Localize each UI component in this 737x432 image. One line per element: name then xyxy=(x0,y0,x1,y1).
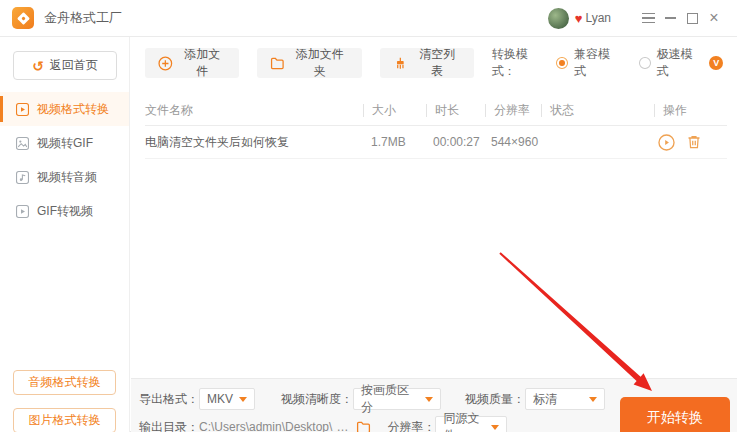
play-button[interactable] xyxy=(658,134,675,151)
col-size: 大小 xyxy=(364,102,426,119)
browse-folder-button[interactable] xyxy=(356,420,371,432)
back-home-label: 返回首页 xyxy=(50,57,98,74)
user-avatar[interactable] xyxy=(548,8,569,29)
audio-format-button[interactable]: 音频格式转换 xyxy=(13,370,116,395)
table-row[interactable]: 电脑清空文件夹后如何恢复 1.7MB 00:00:27 544×960 xyxy=(145,126,727,159)
sidebar-item-label: 视频转音频 xyxy=(37,169,97,186)
sidebar-item-label: 视频转GIF xyxy=(37,135,93,152)
conversion-mode-group: 转换模式： 兼容模式 极速模式 V xyxy=(492,46,723,80)
add-folder-button[interactable]: 添加文件夹 xyxy=(257,48,362,78)
image-icon xyxy=(16,137,29,150)
video-format-icon xyxy=(16,103,29,116)
music-note-icon xyxy=(16,171,29,184)
app-logo-icon xyxy=(12,7,34,29)
sidebar-item-gif-to-video[interactable]: GIF转视频 xyxy=(0,194,129,228)
main-content: 添加文件 添加文件夹 清空列表 转换模式： 兼容模式 极速模式 V 文件名称 xyxy=(131,37,737,432)
mode-label: 转换模式： xyxy=(492,46,551,80)
file-size: 1.7MB xyxy=(363,135,425,149)
back-home-button[interactable]: ↺ 返回首页 xyxy=(13,51,117,80)
sidebar-item-label: 视频格式转换 xyxy=(37,101,109,118)
add-file-button[interactable]: 添加文件 xyxy=(145,48,239,78)
output-dir-label: 输出目录： xyxy=(139,419,199,432)
col-duration: 时长 xyxy=(427,102,485,119)
export-format-label: 导出格式： xyxy=(139,391,199,408)
add-folder-label: 添加文件夹 xyxy=(290,46,349,80)
minimize-button[interactable] xyxy=(659,7,681,29)
sidebar-item-video-to-audio[interactable]: 视频转音频 xyxy=(0,160,129,194)
file-name: 电脑清空文件夹后如何恢复 xyxy=(145,134,363,151)
output-dir-path: C:\Users\admin\Desktop\ xyxy=(199,420,332,432)
clear-list-button[interactable]: 清空列表 xyxy=(380,48,474,78)
delete-button[interactable] xyxy=(686,134,702,150)
play-box-icon xyxy=(16,205,29,218)
image-format-button[interactable]: 图片格式转换 xyxy=(13,408,116,432)
back-arrow-icon: ↺ xyxy=(32,59,44,73)
plus-circle-icon xyxy=(158,56,173,71)
compatible-mode-radio[interactable] xyxy=(556,57,568,69)
folder-icon xyxy=(270,56,285,71)
clarity-dropdown[interactable]: 按画质区分 xyxy=(353,388,441,410)
sidebar-item-video-format[interactable]: 视频格式转换 xyxy=(0,92,129,126)
col-operation: 操作 xyxy=(655,102,727,119)
app-window: 金舟格式工厂 ♥ Lyan × ↺ 返回首页 视频格式转换 视频转GIF xyxy=(0,0,737,432)
resolution-dropdown[interactable]: 同源文件 xyxy=(435,416,507,432)
fast-mode-radio[interactable] xyxy=(639,57,651,69)
start-convert-button[interactable]: 开始转换 xyxy=(620,397,730,432)
sidebar-bottom: 音频格式转换 图片格式转换 xyxy=(13,370,116,432)
quality-dropdown[interactable]: 标清 xyxy=(525,388,605,410)
clear-list-label: 清空列表 xyxy=(414,46,461,80)
sidebar-nav: 视频格式转换 视频转GIF 视频转音频 GIF转视频 xyxy=(0,92,129,228)
file-duration: 00:00:27 xyxy=(425,135,483,149)
chevron-down-icon xyxy=(491,425,499,430)
output-dir-more[interactable]: … xyxy=(336,420,348,432)
titlebar: 金舟格式工厂 ♥ Lyan × xyxy=(0,0,737,37)
folder-icon xyxy=(356,420,371,432)
chevron-down-icon xyxy=(425,397,433,402)
compatible-mode-label[interactable]: 兼容模式 xyxy=(574,46,621,80)
resolution-label: 分辨率： xyxy=(387,419,435,432)
vip-heart-icon: ♥ xyxy=(575,12,583,25)
col-status: 状态 xyxy=(542,102,654,119)
close-button[interactable]: × xyxy=(703,7,725,29)
sidebar-item-label: GIF转视频 xyxy=(37,203,93,220)
chevron-down-icon xyxy=(589,397,597,402)
clarity-label: 视频清晰度： xyxy=(281,391,353,408)
export-format-value: MKV xyxy=(207,392,233,406)
quality-value: 标清 xyxy=(533,391,557,408)
quality-label: 视频质量： xyxy=(465,391,525,408)
clarity-value: 按画质区分 xyxy=(361,382,419,416)
col-file-name: 文件名称 xyxy=(145,102,363,119)
file-resolution: 544×960 xyxy=(483,135,538,149)
broom-icon xyxy=(393,56,408,71)
username[interactable]: Lyan xyxy=(585,11,611,25)
maximize-button[interactable] xyxy=(681,7,703,29)
resolution-value: 同源文件 xyxy=(443,410,485,432)
vip-v-icon: V xyxy=(709,56,723,70)
app-title: 金舟格式工厂 xyxy=(44,9,122,27)
add-file-label: 添加文件 xyxy=(179,46,226,80)
table-header: 文件名称 大小 时长 分辨率 状态 操作 xyxy=(145,95,727,126)
play-circle-icon xyxy=(658,134,675,151)
col-resolution: 分辨率 xyxy=(486,102,541,119)
toolbar: 添加文件 添加文件夹 清空列表 转换模式： 兼容模式 极速模式 V xyxy=(145,47,723,79)
trash-icon xyxy=(686,134,702,150)
chevron-down-icon xyxy=(239,397,247,402)
menu-icon[interactable] xyxy=(637,7,659,29)
fast-mode-label[interactable]: 极速模式 xyxy=(657,46,704,80)
sidebar: ↺ 返回首页 视频格式转换 视频转GIF 视频转音频 GIF转视频 音频格式转换 xyxy=(0,37,130,432)
footer-panel: 导出格式： MKV 视频清晰度： 按画质区分 视频质量： 标清 输出目录： xyxy=(131,378,737,432)
sidebar-item-video-to-gif[interactable]: 视频转GIF xyxy=(0,126,129,160)
export-format-dropdown[interactable]: MKV xyxy=(199,388,255,410)
